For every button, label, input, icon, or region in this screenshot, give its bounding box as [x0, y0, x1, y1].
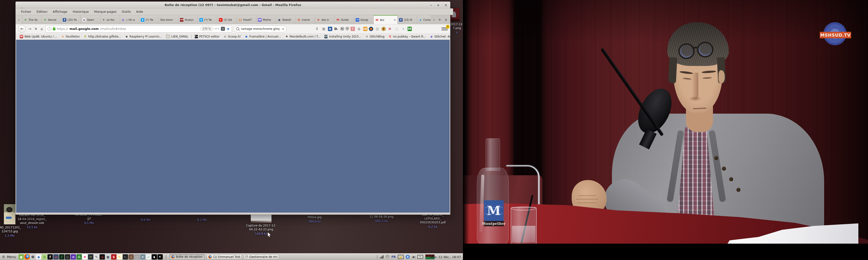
- video-download-icon[interactable]: ⇩: [350, 27, 355, 31]
- search-go-icon[interactable]: →: [281, 27, 284, 31]
- desktop-icon-iban-pdf[interactable]: iban_M_DAVID_LEPOLARD_00020030203.pdf6,2…: [417, 213, 448, 229]
- minimize-button[interactable]: –: [430, 3, 432, 7]
- tab-(15) N[interactable]: f(15) N: [398, 15, 417, 24]
- launcher-scheduler[interactable]: ✓: [146, 254, 151, 260]
- bookmark-star-icon[interactable]: ★: [226, 27, 229, 31]
- launcher-color-wheel[interactable]: ❋: [82, 254, 88, 260]
- maximize-button[interactable]: +: [437, 3, 440, 7]
- bookmark-item[interactable]: ◔GlitchBlog: [363, 34, 386, 39]
- launcher-file-manager[interactable]: ▣: [19, 254, 24, 260]
- tab-RoboD[interactable]: ◉RoboD: [276, 15, 296, 24]
- window-gmail[interactable]: Boîte de réception (2...: [169, 254, 205, 260]
- tab-Googl[interactable]: 12Googl: [354, 15, 374, 24]
- blue-badge-icon[interactable]: ◉: [328, 27, 332, 31]
- desktop-icon-capture-2017-12-11[interactable]: 11 09-58-26.png682,5 ko: [367, 215, 396, 223]
- launcher-processing[interactable]: P.: [157, 254, 163, 260]
- page-actions-icon[interactable]: •••: [215, 28, 220, 30]
- tab-Analys[interactable]: LMDAnalys: [179, 15, 198, 24]
- desktop-icon-hidden-file-1[interactable]: 9,6 Mo: [136, 217, 155, 222]
- search-input[interactable]: [241, 27, 280, 31]
- pocket-icon[interactable]: ∨: [221, 27, 225, 31]
- tab-(*) Tw[interactable]: t(*) Tw: [198, 15, 217, 24]
- tab-The Se[interactable]: ❖The Se: [22, 15, 42, 24]
- bluetooth-icon[interactable]: B: [406, 255, 410, 259]
- bookmark-item[interactable]: WWeb Upd8: Ubuntu / ...: [18, 34, 59, 39]
- menu-historique[interactable]: Historique: [70, 9, 91, 14]
- launcher-calculator[interactable]: ▦: [105, 254, 111, 260]
- new-tab-button[interactable]: +: [438, 17, 441, 22]
- back-button[interactable]: ←: [18, 25, 26, 33]
- menu-édition[interactable]: Édition: [34, 9, 50, 14]
- capture-n-icon[interactable]: N: [340, 27, 344, 31]
- window-emmanuel-todd[interactable]: (1) Emmanuel Todd : ...: [207, 254, 242, 260]
- target-icon[interactable]: ◎: [356, 27, 362, 31]
- tab-Le fes[interactable]: ✳Le fes: [100, 15, 120, 24]
- menu-fichier[interactable]: Fichier: [19, 9, 34, 14]
- menu-marque-pages[interactable]: Marque-pages: [92, 9, 119, 14]
- menu-affichage[interactable]: Affichage: [50, 9, 70, 14]
- tab-scroll-right-icon[interactable]: ›: [433, 17, 435, 22]
- desktop-icon-hidden-file-2[interactable]: 8,1 Mo: [192, 217, 212, 222]
- launcher-display-settings[interactable]: ▢: [134, 254, 140, 260]
- tab-« On a[interactable]: ◍« On a: [120, 15, 140, 24]
- downloads-icon[interactable]: ↧: [314, 27, 320, 31]
- shield-gray-icon[interactable]: [345, 27, 349, 31]
- bookmark-item[interactable]: ✺Mandelbulb.com | T...: [283, 34, 322, 39]
- paw-icon[interactable]: ✿: [387, 27, 393, 31]
- launcher-terminal[interactable]: >_: [123, 254, 128, 260]
- clock[interactable]: mar. 12 déc., 18:07: [430, 254, 461, 260]
- zoom-level-badge[interactable]: 170 %: [200, 27, 213, 31]
- bookmark-item[interactable]: IGDInstalling Unity 2D/3...: [322, 34, 363, 39]
- bookmark-item[interactable]: ◎Scoop.it!: [222, 34, 243, 39]
- launcher-video-editor[interactable]: ✂: [88, 254, 93, 260]
- launcher-notes[interactable]: ✎: [117, 254, 122, 260]
- bookmark-item[interactable]: LIEN_GMAIL: [164, 34, 190, 39]
- launcher-eye[interactable]: ◉: [36, 254, 41, 260]
- launcher-unity3d[interactable]: ◇: [65, 254, 70, 260]
- bookmark-item[interactable]: ●Framalibre | Annuair...: [243, 34, 283, 39]
- browser-viewport-gmail[interactable]: [16, 40, 450, 213]
- forward-button[interactable]: →: [28, 27, 32, 31]
- list-tabs-icon[interactable]: ∨: [444, 17, 447, 22]
- panel-icon[interactable]: ◫: [375, 27, 380, 31]
- launcher-audio-jack[interactable]: ◎: [100, 254, 105, 260]
- tab-HookT[interactable]: {}HookT: [237, 15, 256, 24]
- menu-aide[interactable]: Aide: [134, 9, 146, 14]
- launcher-gimp-face[interactable]: ☻: [30, 254, 35, 260]
- video-monitor[interactable]: M Montpellier MSHSUD.TV: [463, 0, 868, 260]
- tab-Serval[interactable]: ❖Serval: [42, 15, 61, 24]
- network-signal-icon[interactable]: [380, 255, 383, 259]
- tab-des tr[interactable]: ❋des tr: [315, 15, 335, 24]
- stop-button[interactable]: ✕: [34, 27, 38, 31]
- tray-handle-icon[interactable]: [377, 255, 378, 259]
- desktop-icon-capture-2017-12-04[interactable]: Capture du 2017-12-04 22-42-22.png146,8 …: [245, 213, 277, 236]
- search-bar[interactable]: →: [234, 26, 287, 32]
- tab-Comp[interactable]: ◗Comp: [417, 15, 430, 24]
- launcher-sphere[interactable]: ✦: [140, 254, 145, 260]
- tab-(*) Tw[interactable]: t(*) Tw: [140, 15, 159, 24]
- launcher-headphones[interactable]: ∩: [71, 254, 76, 260]
- tab-Guide[interactable]: MGuide: [335, 15, 354, 24]
- sd-icon[interactable]: sd: [363, 27, 368, 31]
- tab-Des bonn[interactable]: Des bonn: [159, 15, 179, 24]
- close-button[interactable]: ×: [444, 3, 447, 7]
- tab-Boî[interactable]: MBoî✕: [374, 15, 398, 24]
- launcher-spiral[interactable]: ◎: [42, 254, 47, 260]
- hamburger-menu-button[interactable]: !: [441, 26, 448, 32]
- page-info-icon[interactable]: i: [48, 27, 51, 31]
- launcher-music-player[interactable]: ♪: [59, 254, 64, 260]
- applications-menu-button[interactable]: ⚙ Menu: [0, 254, 19, 260]
- volume-icon[interactable]: ◀)): [412, 255, 415, 259]
- sk-green-icon[interactable]: SK: [407, 27, 412, 31]
- launcher-sublime[interactable]: S: [111, 254, 117, 260]
- bookmark-item[interactable]: ◕Glitchet: Art Resources: [428, 34, 463, 39]
- home-button[interactable]: ⌂: [40, 27, 44, 31]
- launcher-molecules[interactable]: ⁂: [76, 254, 82, 260]
- menu-outils[interactable]: Outils: [119, 9, 133, 14]
- tab-Open[interactable]: aOpen: [81, 15, 100, 24]
- tab-trame[interactable]: Qtrame: [296, 15, 315, 24]
- launcher-package-installer[interactable]: ↓: [128, 254, 134, 260]
- tab-scroll-left-icon[interactable]: ‹: [16, 15, 22, 24]
- people-search-icon[interactable]: ◌: [394, 27, 399, 31]
- bookmark-item[interactable]: ≋Feuilleton: [60, 34, 82, 39]
